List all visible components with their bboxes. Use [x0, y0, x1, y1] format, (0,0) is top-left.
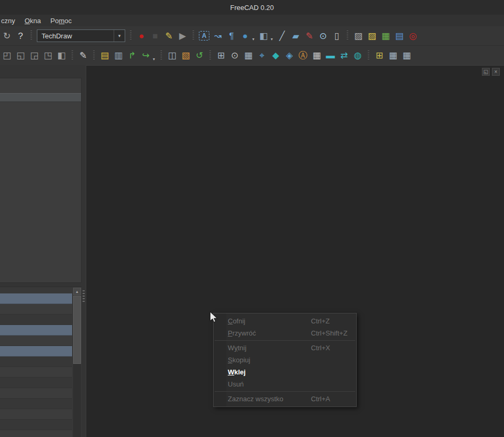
- visibility-eye-icon[interactable]: ⊙: [317, 29, 329, 42]
- update-views-icon[interactable]: ↺: [193, 49, 206, 62]
- toolbar-separator: [130, 31, 132, 41]
- property-row[interactable]: [0, 420, 72, 430]
- insert-image-icon[interactable]: ▤: [393, 29, 406, 42]
- property-row[interactable]: [0, 346, 72, 357]
- view-cube-icon[interactable]: ◧: [55, 49, 68, 62]
- chevron-down-icon[interactable]: ▾: [269, 30, 275, 42]
- redraw-page-icon[interactable]: ↱: [126, 49, 138, 62]
- window-title: FreeCAD 0.20: [230, 4, 274, 12]
- context-menu-item-paste[interactable]: Wklej: [214, 366, 356, 378]
- table-icon[interactable]: ▦: [387, 49, 399, 62]
- menu-label: kna: [30, 17, 41, 25]
- toggle-frames-icon[interactable]: ◎: [407, 29, 419, 42]
- projection-group-icon[interactable]: ⊞: [215, 49, 227, 62]
- hatch-face-icon[interactable]: ▨: [352, 29, 365, 42]
- cosmetic-object-icon[interactable]: ◧: [257, 29, 270, 42]
- spreadsheet-view-icon[interactable]: ▦: [310, 49, 323, 62]
- menu-item-help[interactable]: Pomoc: [46, 16, 76, 26]
- refresh-icon[interactable]: ↻: [1, 29, 13, 42]
- property-row[interactable]: [0, 325, 72, 336]
- detail-view-icon[interactable]: ⌖: [256, 49, 268, 62]
- balloon-icon[interactable]: ◍: [351, 49, 364, 62]
- rich-text-icon[interactable]: ¶: [225, 29, 238, 42]
- property-row[interactable]: [0, 336, 72, 346]
- menu-bar: czny Okna Pomoc: [0, 15, 504, 26]
- leader-line-icon[interactable]: ↝: [211, 29, 224, 42]
- property-row[interactable]: [0, 293, 72, 304]
- chevron-down-icon[interactable]: ▾: [250, 30, 256, 42]
- toolbar-separator: [72, 50, 73, 61]
- property-row[interactable]: [0, 399, 72, 409]
- chevron-down-icon[interactable]: ▾: [114, 30, 125, 42]
- context-menu-item-select-all[interactable]: Zaznacz wszystko Ctrl+A: [214, 393, 356, 405]
- 3d-view-icon[interactable]: ◆: [269, 49, 282, 62]
- menu-item-label: Skopiuj: [228, 356, 250, 364]
- cosmetic-pen-icon[interactable]: ✎: [303, 29, 316, 42]
- column-icon[interactable]: ▯: [330, 29, 343, 42]
- view-cube-icon[interactable]: ◱: [14, 49, 27, 62]
- view-cube-icon[interactable]: ◲: [28, 49, 41, 62]
- chevron-down-icon[interactable]: ▾: [151, 50, 157, 62]
- context-menu: Cofnij Ctrl+Z Przywróć Ctrl+Shift+Z Wytn…: [213, 313, 357, 407]
- new-default-page-icon[interactable]: ▤: [98, 49, 111, 62]
- property-row[interactable]: [0, 367, 72, 378]
- arch-view-icon[interactable]: ▬: [324, 49, 337, 62]
- menu-item-windows[interactable]: Okna: [20, 16, 46, 26]
- property-row[interactable]: [0, 378, 72, 388]
- new-diagram-icon[interactable]: ⊞: [373, 49, 386, 62]
- insert-view-icon[interactable]: ◫: [166, 49, 178, 62]
- context-menu-item-undo[interactable]: Cofnij Ctrl+Z: [214, 315, 356, 327]
- macro-execute-icon[interactable]: ▶: [176, 29, 189, 42]
- geometric-hatch-icon[interactable]: ▨: [366, 29, 378, 42]
- property-row[interactable]: [0, 314, 72, 325]
- menu-item-label: Zaznacz wszystko: [228, 395, 283, 403]
- draft-view-icon[interactable]: Ⓐ: [297, 49, 309, 62]
- property-row[interactable]: [0, 357, 72, 367]
- table-icon[interactable]: ▦: [400, 49, 413, 62]
- new-page-template-icon[interactable]: ▥: [112, 49, 125, 62]
- clip-group-icon[interactable]: ◈: [283, 49, 296, 62]
- arch-section-icon[interactable]: ⇄: [338, 49, 350, 62]
- float-panel-icon[interactable]: ◱: [482, 68, 490, 76]
- tree-view-header: [0, 93, 81, 102]
- annotation-icon[interactable]: A: [199, 31, 209, 40]
- camera-snapshot-icon[interactable]: ⊙: [228, 49, 241, 62]
- menu-label-mnemonic: O: [25, 17, 30, 25]
- section-view-icon[interactable]: ▦: [242, 49, 255, 62]
- scrollbar-up-button[interactable]: ▲: [73, 288, 81, 295]
- property-row[interactable]: [0, 388, 72, 399]
- eraser-icon[interactable]: ▰: [289, 29, 302, 42]
- macro-record-icon[interactable]: ●: [135, 29, 148, 42]
- menu-item-label: Cofnij: [228, 317, 245, 325]
- menu-item-label: Wytnij: [228, 344, 246, 352]
- center-line-icon[interactable]: ●: [239, 29, 251, 42]
- context-menu-item-copy[interactable]: Skopiuj: [214, 354, 356, 366]
- insert-symbol-icon[interactable]: ▦: [379, 29, 392, 42]
- context-menu-item-cut[interactable]: Wytnij Ctrl+X: [214, 342, 356, 354]
- scrollbar[interactable]: ▲: [73, 288, 81, 437]
- macro-stop-icon[interactable]: ■: [149, 29, 162, 42]
- title-bar[interactable]: FreeCAD 0.20: [0, 0, 504, 15]
- property-row[interactable]: [0, 304, 72, 314]
- export-page-icon[interactable]: ↪: [139, 49, 152, 62]
- scrollbar-thumb[interactable]: [73, 296, 81, 364]
- insert-active-view-icon[interactable]: ▧: [179, 49, 192, 62]
- whats-this-icon[interactable]: ?: [14, 29, 27, 42]
- view-cube-icon[interactable]: ◰: [1, 49, 13, 62]
- property-row[interactable]: [0, 430, 72, 437]
- content-area: ◱ ×: [0, 65, 504, 437]
- context-menu-item-delete[interactable]: Usuń: [214, 378, 356, 390]
- line-decoration-icon[interactable]: ╱: [276, 29, 288, 42]
- context-menu-item-redo[interactable]: Przywróć Ctrl+Shift+Z: [214, 327, 356, 339]
- property-row[interactable]: [0, 409, 72, 420]
- dock-splitter-handle[interactable]: [83, 290, 85, 303]
- close-panel-icon[interactable]: ×: [492, 68, 500, 76]
- tree-view-panel[interactable]: [0, 78, 82, 283]
- stylus-icon[interactable]: ✎: [77, 49, 89, 62]
- property-panel[interactable]: ▲: [0, 287, 82, 437]
- view-cube-icon[interactable]: ◳: [42, 49, 54, 62]
- menu-item-partial[interactable]: czny: [0, 16, 20, 26]
- menu-label: czny: [1, 17, 15, 25]
- macro-edit-icon[interactable]: ✎: [163, 29, 175, 42]
- workbench-selector[interactable]: TechDraw ▾: [37, 29, 125, 42]
